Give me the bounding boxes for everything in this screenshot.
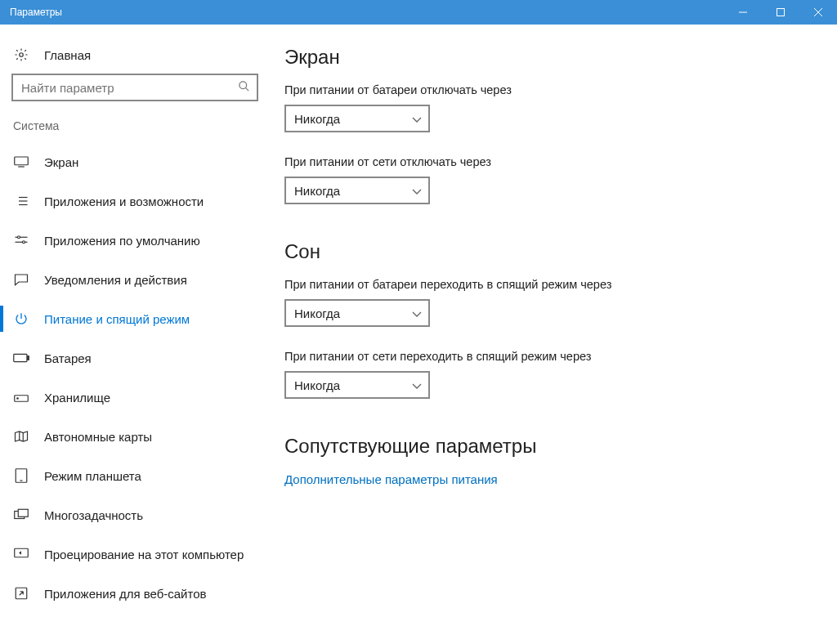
svg-rect-28 bbox=[18, 509, 28, 517]
maximize-button[interactable] bbox=[762, 0, 799, 25]
section-screen-header: Экран bbox=[284, 46, 817, 69]
sidebar-item-multitasking[interactable]: Многозадачность bbox=[8, 495, 262, 534]
svg-line-6 bbox=[245, 87, 248, 91]
sidebar-item-label: Батарея bbox=[44, 351, 92, 365]
sleep-ac-label: При питании от сети переходить в спящий … bbox=[284, 350, 817, 363]
sidebar-item-apps-features[interactable]: Приложения и возможности bbox=[8, 181, 262, 221]
search-input[interactable] bbox=[21, 81, 238, 95]
sidebar-item-label: Уведомления и действия bbox=[44, 273, 187, 287]
screen-ac-label: При питании от сети отключать через bbox=[284, 155, 817, 168]
screen-battery-label: При питании от батареи отключать через bbox=[284, 83, 817, 96]
close-button[interactable] bbox=[799, 0, 837, 25]
section-related-header: Сопутствующие параметры bbox=[284, 435, 817, 458]
sidebar-item-label: Проецирование на этот компьютер bbox=[44, 548, 244, 561]
multitask-icon bbox=[13, 508, 29, 521]
chevron-down-icon bbox=[412, 184, 422, 198]
sidebar-home-label: Главная bbox=[44, 48, 91, 62]
svg-point-22 bbox=[17, 398, 19, 400]
screen-ac-dropdown[interactable]: Никогда bbox=[284, 177, 430, 204]
gear-icon bbox=[13, 47, 29, 62]
sidebar-item-label: Хранилище bbox=[44, 391, 110, 405]
chevron-down-icon bbox=[412, 378, 422, 392]
battery-icon bbox=[13, 353, 29, 363]
svg-rect-1 bbox=[777, 9, 785, 16]
sidebar-item-apps-websites[interactable]: Приложения для веб-сайтов bbox=[8, 574, 262, 613]
search-icon bbox=[238, 80, 250, 95]
sliders-icon bbox=[13, 235, 29, 246]
dropdown-value: Никогда bbox=[294, 112, 412, 126]
dropdown-value: Никогда bbox=[294, 378, 412, 392]
titlebar: Параметры bbox=[0, 0, 837, 25]
additional-power-settings-link[interactable]: Дополнительные параметры питания bbox=[284, 472, 817, 486]
sidebar-item-label: Приложения и возможности bbox=[44, 195, 204, 208]
sidebar-item-label: Режим планшета bbox=[44, 469, 141, 483]
sidebar-item-notifications[interactable]: Уведомления и действия bbox=[8, 260, 262, 299]
dropdown-value: Никогда bbox=[294, 184, 412, 198]
svg-point-16 bbox=[18, 236, 20, 239]
sidebar-item-default-apps[interactable]: Приложения по умолчанию bbox=[8, 221, 262, 260]
sidebar-item-label: Автономные карты bbox=[44, 430, 152, 444]
sidebar-item-storage[interactable]: Хранилище bbox=[8, 378, 262, 417]
open-icon bbox=[13, 586, 29, 601]
sidebar-item-label: Приложения по умолчанию bbox=[44, 234, 200, 248]
svg-point-18 bbox=[23, 241, 25, 244]
sidebar-item-label: Многозадачность bbox=[44, 508, 143, 522]
tablet-icon bbox=[13, 468, 29, 483]
svg-point-5 bbox=[239, 82, 247, 89]
svg-rect-20 bbox=[28, 356, 29, 360]
sleep-battery-label: При питании от батареи переходить в спящ… bbox=[284, 278, 817, 291]
monitor-icon bbox=[13, 156, 29, 168]
map-icon bbox=[13, 430, 29, 443]
window-title: Параметры bbox=[10, 7, 724, 18]
svg-rect-19 bbox=[14, 354, 27, 361]
power-icon bbox=[13, 311, 29, 326]
screen-battery-dropdown[interactable]: Никогда bbox=[284, 105, 430, 132]
section-sleep-header: Сон bbox=[284, 240, 817, 263]
sleep-ac-dropdown[interactable]: Никогда bbox=[284, 371, 430, 399]
project-icon bbox=[13, 548, 29, 561]
sidebar-item-label: Экран bbox=[44, 155, 78, 169]
sidebar: Главная Система Экран Приложения и возмо… bbox=[0, 25, 270, 644]
list-icon bbox=[13, 195, 29, 207]
dropdown-value: Никогда bbox=[294, 306, 412, 320]
sidebar-item-label: Приложения для веб-сайтов bbox=[44, 587, 207, 601]
chevron-down-icon bbox=[412, 306, 422, 320]
sidebar-item-label: Питание и спящий режим bbox=[44, 312, 190, 326]
sidebar-item-power-sleep[interactable]: Питание и спящий режим bbox=[8, 299, 262, 338]
search-box[interactable] bbox=[11, 74, 258, 101]
sidebar-item-tablet-mode[interactable]: Режим планшета bbox=[8, 456, 262, 495]
sidebar-category: Система bbox=[8, 116, 262, 142]
sidebar-home[interactable]: Главная bbox=[8, 41, 262, 74]
sidebar-item-display[interactable]: Экран bbox=[8, 142, 262, 181]
sidebar-item-battery[interactable]: Батарея bbox=[8, 338, 262, 378]
main-content: Экран При питании от батареи отключать ч… bbox=[270, 25, 837, 644]
svg-rect-7 bbox=[15, 157, 29, 165]
drive-icon bbox=[13, 391, 29, 403]
minimize-button[interactable] bbox=[724, 0, 762, 25]
chat-icon bbox=[13, 273, 29, 286]
svg-point-4 bbox=[20, 53, 24, 57]
sleep-battery-dropdown[interactable]: Никогда bbox=[284, 299, 430, 327]
chevron-down-icon bbox=[412, 112, 422, 126]
sidebar-item-offline-maps[interactable]: Автономные карты bbox=[8, 417, 262, 456]
sidebar-item-projecting[interactable]: Проецирование на этот компьютер bbox=[8, 534, 262, 574]
